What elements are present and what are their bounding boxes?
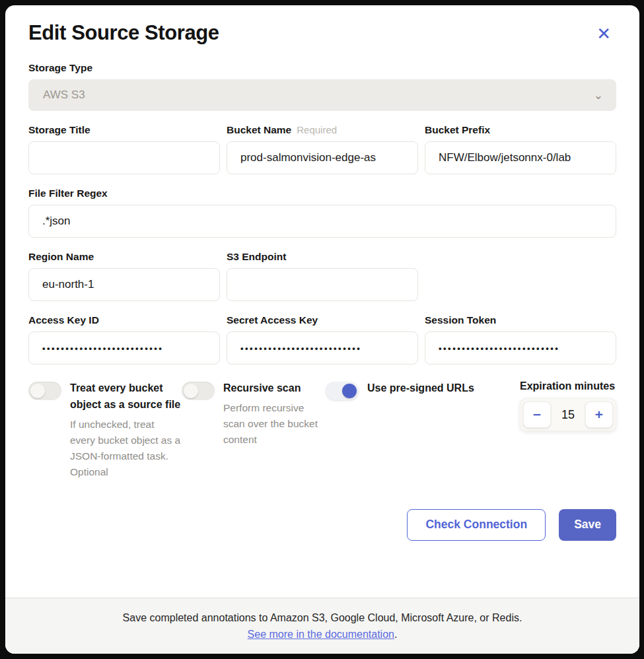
region-name-input[interactable]: [28, 268, 220, 301]
file-filter-regex-input[interactable]: [28, 205, 616, 238]
region-name-field-group: Region Name: [28, 251, 220, 301]
bucket-name-label-text: Bucket Name: [227, 124, 291, 136]
file-filter-regex-label: File Filter Regex: [28, 188, 616, 199]
expiration-minutes-label: Expiration minutes: [520, 380, 616, 392]
modal-footer: Save completed annotations to Amazon S3,…: [5, 598, 639, 654]
session-token-label: Session Token: [425, 314, 616, 326]
decrement-button[interactable]: −: [523, 401, 551, 428]
storage-title-field-group: Storage Title: [28, 124, 220, 174]
storage-type-section: Storage Type AWS S3 ⌄: [28, 62, 616, 111]
plus-icon: +: [595, 407, 603, 423]
treat-source-toggle[interactable]: [28, 382, 61, 400]
bucket-name-input[interactable]: [227, 141, 418, 174]
access-key-id-field-group: Access Key ID: [28, 314, 220, 364]
secret-access-key-field-group: Secret Access Key: [227, 314, 418, 364]
recursive-scan-toggle[interactable]: [182, 382, 215, 400]
bucket-name-label: Bucket Name Required: [227, 124, 418, 136]
bucket-prefix-label: Bucket Prefix: [425, 124, 616, 136]
s3-endpoint-field-group: S3 Endpoint: [227, 251, 418, 301]
toggle-knob: [184, 384, 198, 398]
s3-endpoint-input[interactable]: [227, 268, 418, 301]
file-filter-section: File Filter Regex: [28, 188, 616, 238]
access-key-id-label: Access Key ID: [28, 314, 220, 326]
footer-link-line: See more in the documentation.: [248, 629, 398, 641]
bucket-prefix-field-group: Bucket Prefix: [425, 124, 616, 174]
expiration-stepper: − 15 +: [520, 398, 616, 431]
expiration-value: 15: [551, 408, 585, 422]
storage-title-input[interactable]: [28, 141, 220, 174]
edit-source-storage-modal: Edit Source Storage ✕ Storage Type AWS S…: [5, 5, 639, 654]
recursive-scan-label: Recursive scan: [223, 380, 326, 397]
bucket-prefix-input[interactable]: [425, 141, 616, 174]
session-token-field-group: Session Token: [425, 314, 616, 364]
expiration-minutes-group: Expiration minutes − 15 +: [520, 380, 616, 480]
treat-source-description: If unchecked, treat every bucket object …: [70, 417, 182, 480]
access-key-id-input[interactable]: [28, 331, 220, 364]
presigned-urls-option: Use pre-signed URLs: [326, 380, 499, 480]
storage-type-label: Storage Type: [28, 62, 616, 74]
region-endpoint-row: Region Name S3 Endpoint: [28, 251, 616, 301]
close-icon[interactable]: ✕: [591, 21, 616, 46]
empty-cell: [425, 251, 616, 301]
secret-access-key-label: Secret Access Key: [227, 314, 418, 326]
storage-title-label: Storage Title: [28, 124, 220, 136]
required-hint: Required: [297, 124, 337, 135]
treat-source-label: Treat every bucket object as a source fi…: [70, 380, 182, 413]
save-button[interactable]: Save: [559, 509, 616, 541]
footer-period: .: [394, 629, 397, 640]
storage-type-value: AWS S3: [43, 88, 85, 102]
page-title: Edit Source Storage: [28, 21, 219, 45]
recursive-scan-description: Perform recursive scan over the bucket c…: [223, 400, 326, 448]
screen: Edit Source Storage ✕ Storage Type AWS S…: [0, 0, 644, 659]
recursive-scan-option: Recursive scan Perform recursive scan ov…: [182, 380, 326, 480]
bucket-name-field-group: Bucket Name Required: [227, 124, 418, 174]
increment-button[interactable]: +: [585, 401, 613, 428]
credentials-row: Access Key ID Secret Access Key Session …: [28, 314, 616, 364]
check-connection-button[interactable]: Check Connection: [407, 509, 546, 541]
secret-access-key-input[interactable]: [227, 331, 418, 364]
chevron-down-icon: ⌄: [594, 90, 603, 101]
presigned-urls-toggle[interactable]: [326, 382, 359, 400]
toggle-knob: [30, 384, 45, 398]
region-name-label: Region Name: [28, 251, 220, 263]
presigned-urls-label: Use pre-signed URLs: [367, 380, 474, 397]
minus-icon: −: [533, 407, 541, 423]
s3-endpoint-label: S3 Endpoint: [227, 251, 418, 263]
options-row: Treat every bucket object as a source fi…: [28, 380, 616, 480]
footer-text: Save completed annotations to Amazon S3,…: [123, 612, 522, 624]
modal-header: Edit Source Storage ✕: [28, 21, 616, 46]
treat-source-text: Treat every bucket object as a source fi…: [70, 380, 182, 480]
toggle-knob: [342, 384, 357, 398]
modal-body: Edit Source Storage ✕ Storage Type AWS S…: [5, 5, 639, 598]
storage-type-select[interactable]: AWS S3 ⌄: [28, 79, 616, 111]
treat-source-option: Treat every bucket object as a source fi…: [28, 380, 182, 480]
session-token-input[interactable]: [425, 331, 616, 364]
recursive-scan-text: Recursive scan Perform recursive scan ov…: [223, 380, 326, 448]
documentation-link[interactable]: See more in the documentation: [248, 629, 394, 640]
title-bucket-row: Storage Title Bucket Name Required Bucke…: [28, 124, 616, 174]
action-buttons: Check Connection Save: [28, 509, 616, 541]
